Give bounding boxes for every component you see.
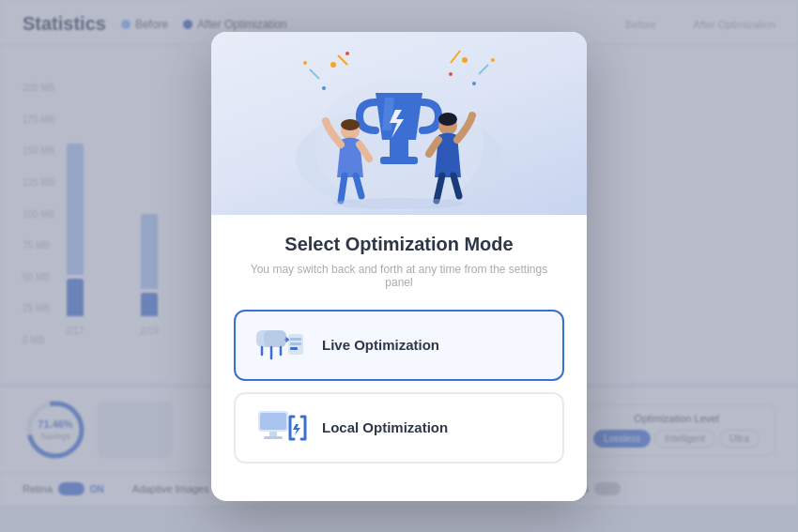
- modal-overlay: ×: [0, 0, 798, 532]
- svg-point-13: [449, 72, 453, 76]
- svg-point-4: [330, 62, 336, 68]
- svg-point-5: [462, 57, 468, 63]
- modal-title: Select Optimization Mode: [284, 234, 513, 255]
- svg-rect-16: [390, 140, 408, 157]
- local-optimization-option[interactable]: Local Optimization: [234, 392, 564, 464]
- live-optimization-option[interactable]: Live Optimization: [234, 310, 564, 381]
- svg-rect-24: [264, 330, 286, 347]
- svg-rect-26: [290, 338, 301, 341]
- svg-line-11: [310, 69, 319, 79]
- live-optimization-icon: [254, 325, 307, 366]
- local-optimization-label: Local Optimization: [322, 419, 448, 435]
- svg-point-14: [491, 58, 495, 62]
- live-optimization-label: Live Optimization: [322, 337, 439, 353]
- svg-rect-30: [260, 413, 286, 430]
- svg-rect-28: [290, 347, 298, 350]
- svg-point-15: [303, 61, 307, 65]
- svg-line-9: [451, 51, 460, 63]
- svg-point-19: [341, 119, 360, 130]
- svg-rect-31: [269, 432, 277, 436]
- svg-point-21: [438, 113, 457, 126]
- svg-line-10: [479, 65, 488, 74]
- svg-point-6: [472, 82, 476, 85]
- modal-subtitle: You may switch back and forth at any tim…: [211, 263, 587, 289]
- svg-rect-17: [380, 157, 418, 164]
- svg-point-22: [333, 198, 465, 209]
- svg-rect-27: [290, 342, 301, 345]
- local-optimization-icon: [254, 407, 307, 448]
- live-icon-svg: [254, 325, 307, 366]
- svg-line-8: [338, 55, 347, 65]
- svg-point-12: [345, 52, 349, 55]
- modal-dialog: ×: [211, 32, 587, 501]
- trophy-illustration: [277, 37, 521, 210]
- modal-illustration: [211, 32, 587, 215]
- svg-point-7: [322, 86, 326, 90]
- local-icon-svg: [254, 407, 307, 448]
- svg-rect-32: [264, 436, 283, 439]
